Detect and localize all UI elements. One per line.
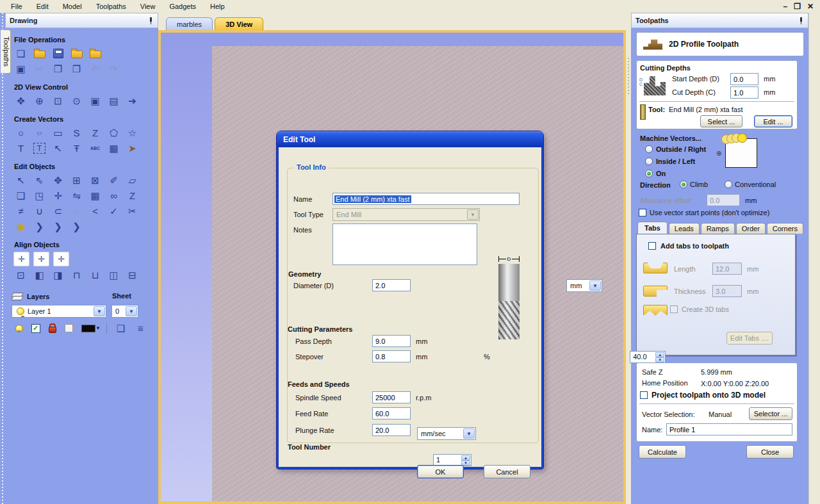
- layer-select[interactable]: Layer 1 ▼: [12, 305, 106, 318]
- new-file-icon[interactable]: ❏: [13, 47, 28, 60]
- center-vertical-icon[interactable]: ✛: [53, 252, 69, 266]
- panel-splitter[interactable]: [626, 13, 631, 504]
- layer-blank-swatch-icon[interactable]: [62, 321, 76, 335]
- cut-depth-input[interactable]: [730, 86, 758, 99]
- text-box-icon[interactable]: T: [33, 143, 45, 154]
- tab-corners[interactable]: Corners: [767, 223, 803, 234]
- radio-inside-left[interactable]: Inside / Left: [645, 158, 695, 165]
- align-inside-icon[interactable]: ⊡: [13, 268, 28, 282]
- paste-icon[interactable]: ❒: [69, 62, 84, 76]
- restore-icon[interactable]: ❐: [794, 2, 801, 11]
- zoom-interactive-icon[interactable]: ⊕: [32, 94, 47, 108]
- merge-layers-icon[interactable]: ≡: [133, 321, 148, 335]
- arc-text-icon[interactable]: ABC: [88, 142, 102, 155]
- text-select-icon[interactable]: ↖: [51, 142, 65, 155]
- zigzag-icon[interactable]: Z: [125, 189, 140, 202]
- chevron-down-icon[interactable]: ▼: [589, 280, 601, 291]
- draw-rectangle-icon[interactable]: ▭: [51, 126, 65, 140]
- save-icon[interactable]: [51, 47, 65, 60]
- pin-icon[interactable]: [148, 17, 154, 24]
- spin-up-icon[interactable]: ▲: [655, 352, 664, 357]
- draw-polyline-icon[interactable]: Z: [88, 126, 102, 140]
- align-left-icon[interactable]: ◧: [32, 268, 47, 282]
- tile-windows-icon[interactable]: ▤: [106, 94, 121, 108]
- fit-arc-icon[interactable]: <: [88, 204, 102, 218]
- measure-icon[interactable]: ✐: [106, 174, 121, 187]
- trim-icon[interactable]: ✂: [125, 204, 140, 218]
- spin-up-icon[interactable]: ▲: [461, 455, 470, 460]
- copy-icon[interactable]: ❐: [51, 62, 65, 76]
- menu-model[interactable]: Model: [56, 1, 89, 12]
- fit-beziers-icon[interactable]: ❯: [69, 220, 84, 233]
- mirror-icon[interactable]: ⇋: [69, 189, 84, 202]
- fit-curves-icon[interactable]: ❯: [32, 220, 47, 233]
- zoom-extents-icon[interactable]: ⊙: [69, 94, 84, 108]
- radio-climb[interactable]: Climb: [680, 181, 708, 188]
- layer-lock-icon[interactable]: [45, 321, 60, 335]
- menu-edit[interactable]: Edit: [29, 1, 56, 12]
- stepover-percent-spinner[interactable]: 40.0 ▲▼: [630, 351, 666, 363]
- select-tool-button[interactable]: Select ...: [700, 115, 742, 127]
- radio-selected-icon[interactable]: [680, 181, 687, 188]
- union-icon[interactable]: ∪: [32, 204, 47, 218]
- node-edit-icon[interactable]: ⇖: [32, 174, 47, 187]
- selector-button[interactable]: Selector ...: [749, 407, 792, 420]
- diameter-unit-select[interactable]: mm ▼: [566, 279, 602, 292]
- draw-curve-icon[interactable]: S: [69, 126, 84, 140]
- redo-icon[interactable]: ↷: [106, 62, 121, 76]
- draw-ellipse-icon[interactable]: ○: [32, 129, 47, 137]
- switch-view-icon[interactable]: ➔: [125, 94, 140, 108]
- plunge-rate-input[interactable]: [372, 424, 411, 436]
- checkbox-icon[interactable]: [640, 391, 648, 399]
- draw-circle-icon[interactable]: ○: [13, 126, 28, 140]
- radio-icon[interactable]: [725, 181, 732, 188]
- pass-depth-input[interactable]: [372, 335, 411, 347]
- center-in-material-icon[interactable]: ✛: [13, 252, 29, 266]
- draw-polygon-icon[interactable]: ⬠: [106, 126, 121, 140]
- add-tabs-checkbox[interactable]: Add tabs to toolpath: [648, 242, 729, 250]
- align-center-v-icon[interactable]: ⊟: [125, 268, 140, 282]
- pan-icon[interactable]: ✥: [13, 94, 28, 108]
- distort-icon[interactable]: ▱: [125, 174, 140, 187]
- close-button[interactable]: Close: [746, 445, 794, 459]
- zoom-selected-icon[interactable]: ▣: [88, 94, 102, 108]
- spin-down-icon[interactable]: ▼: [655, 357, 664, 362]
- minimize-icon[interactable]: –: [783, 2, 787, 11]
- select-tool-icon[interactable]: ↖: [13, 174, 28, 187]
- calculate-button[interactable]: Calculate: [639, 445, 686, 459]
- copy-to-sheet-icon[interactable]: ❏: [113, 321, 128, 335]
- layer-color-swatch[interactable]: [78, 321, 102, 335]
- notes-textarea[interactable]: [332, 224, 477, 265]
- tab-3d-view[interactable]: 3D View: [215, 17, 263, 30]
- cancel-button[interactable]: Cancel: [484, 465, 530, 478]
- menu-file[interactable]: File: [4, 1, 29, 12]
- intersect-icon[interactable]: ∩: [69, 204, 84, 218]
- dialog-title-bar[interactable]: Edit Tool: [277, 131, 543, 147]
- checkbox-icon[interactable]: [639, 209, 646, 216]
- center-horizontal-icon[interactable]: ✛: [33, 252, 49, 266]
- draw-text-icon[interactable]: T: [13, 142, 28, 155]
- project-toolpath-checkbox[interactable]: Project toolpath onto 3D model: [640, 391, 766, 400]
- menu-gadgets[interactable]: Gadgets: [162, 1, 203, 12]
- edit-nodes-icon[interactable]: ◉: [13, 220, 28, 233]
- close-icon[interactable]: ✕: [807, 2, 814, 11]
- radio-icon[interactable]: [645, 158, 653, 165]
- export-vectors-icon[interactable]: [88, 47, 102, 60]
- chevron-down-icon[interactable]: ▼: [94, 306, 105, 316]
- align-bottom-icon[interactable]: ⊔: [88, 268, 102, 282]
- move-selection-icon[interactable]: ✥: [51, 174, 65, 187]
- rate-unit-select[interactable]: mm/sec ▼: [417, 427, 476, 440]
- use-start-points-checkbox[interactable]: Use vector start points (don't optimize): [639, 209, 769, 216]
- weld-icon[interactable]: ≠: [13, 204, 28, 218]
- edit-tool-button[interactable]: Edit ...: [754, 115, 792, 127]
- join-vectors-icon[interactable]: ∞: [106, 189, 121, 202]
- align-top-icon[interactable]: ⊓: [69, 268, 84, 282]
- radio-selected-icon[interactable]: [645, 170, 653, 177]
- toolpath-name-input[interactable]: [666, 423, 792, 435]
- sheet-select[interactable]: 0 ▼: [111, 305, 138, 318]
- stepover-input[interactable]: [372, 350, 411, 362]
- pin-icon[interactable]: [798, 17, 804, 24]
- fillet-icon[interactable]: ✓: [106, 204, 121, 218]
- start-depth-input[interactable]: [730, 73, 758, 85]
- vector-paint-icon[interactable]: ➤: [125, 142, 140, 155]
